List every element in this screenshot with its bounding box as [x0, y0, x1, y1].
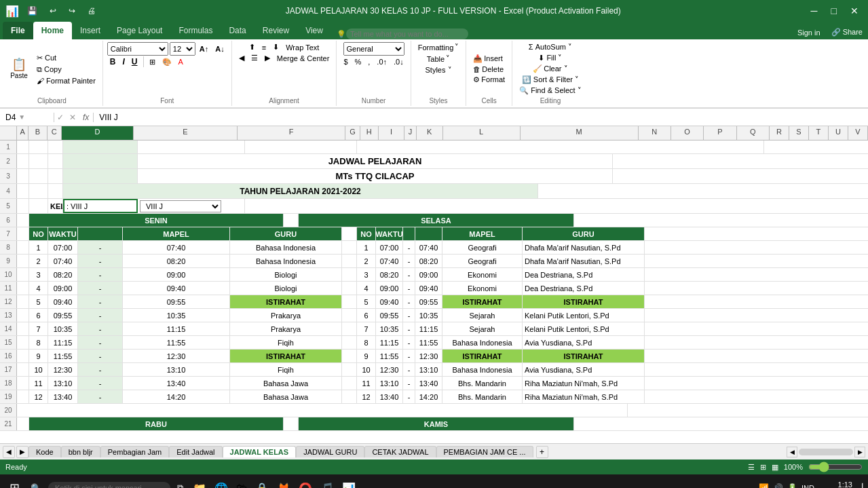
cell-I14[interactable]: 10:35 — [376, 322, 403, 335]
cell-E14[interactable]: 11:15 — [123, 322, 230, 335]
page-break-view-button[interactable]: ▦ — [772, 463, 778, 472]
comma-button[interactable]: , — [365, 57, 373, 67]
col-header-N[interactable]: N — [639, 126, 671, 140]
cell-I11[interactable]: 09:00 — [376, 282, 403, 295]
cell-I9[interactable]: 07:40 — [376, 255, 403, 267]
restore-button[interactable]: □ — [827, 4, 841, 18]
kelas-select[interactable]: VIII J — [140, 200, 221, 212]
align-left-button[interactable]: ◀ — [236, 53, 247, 63]
cell-C19[interactable]: 13:40 — [48, 390, 78, 403]
cell-H13[interactable]: 6 — [357, 309, 376, 322]
cell-A21[interactable] — [17, 417, 29, 430]
cell-C18[interactable]: 13:10 — [48, 377, 78, 390]
cell-K14[interactable]: 11:15 — [415, 322, 442, 335]
percent-button[interactable]: % — [352, 57, 364, 67]
format-painter-button[interactable]: 🖌 Format Painter — [34, 76, 98, 86]
search-button[interactable]: 🔍 — [26, 482, 45, 489]
cell-K16[interactable]: 12:30 — [415, 350, 442, 362]
cell-I13[interactable]: 09:55 — [376, 309, 403, 322]
cell-A1[interactable] — [17, 140, 29, 153]
task-view-button[interactable]: ⧉ — [173, 481, 187, 488]
cell-C8[interactable]: 07:00 — [48, 241, 78, 254]
cell-E1[interactable] — [138, 140, 245, 153]
cell-M10[interactable]: Dea Destriana, S.Pd — [523, 268, 645, 281]
cell-E16[interactable]: 12:30 — [123, 350, 230, 362]
cell-M14[interactable]: Kelani Putik Lentori, S.Pd — [523, 322, 645, 335]
cell-B14[interactable]: 7 — [29, 322, 48, 335]
sheet-tab-cetak-jadwal[interactable]: CETAK JADWAL — [364, 446, 436, 457]
sign-in-button[interactable]: Sign in — [792, 26, 826, 39]
cell-H14[interactable]: 7 — [357, 322, 376, 335]
cell-K8[interactable]: 07:40 — [415, 241, 442, 254]
col-header-Q[interactable]: Q — [737, 126, 770, 140]
bold-button[interactable]: B — [107, 56, 119, 67]
cell-I8[interactable]: 07:00 — [376, 241, 403, 254]
minimize-button[interactable]: ─ — [807, 4, 822, 18]
cell-C4[interactable] — [48, 184, 63, 198]
cell-E11[interactable]: 09:40 — [123, 282, 230, 295]
sheet-tab-kode[interactable]: Kode — [29, 446, 61, 457]
cell-J15[interactable]: - — [403, 336, 415, 349]
cell-B9[interactable]: 2 — [29, 255, 48, 267]
cell-L18[interactable]: Bhs. Mandarin — [442, 377, 523, 390]
cell-B1[interactable] — [29, 140, 48, 153]
cell-C11[interactable]: 09:00 — [48, 282, 78, 295]
cell-I18[interactable]: 13:10 — [376, 377, 403, 390]
cell-G14[interactable] — [342, 322, 357, 335]
font-color-button[interactable]: A — [176, 57, 186, 67]
cell-F18[interactable]: Bahasa Jawa — [230, 377, 342, 390]
cell-I17[interactable]: 12:30 — [376, 363, 403, 376]
cell-title-mts[interactable]: MTs TTQ CILACAP — [138, 169, 613, 183]
cell-C14[interactable]: 10:35 — [48, 322, 78, 335]
clock-display[interactable]: 1:13 14/01/2021 — [818, 481, 852, 489]
copy-button[interactable]: ⧉ Copy — [34, 64, 98, 75]
cell-M13[interactable]: Kelani Putik Lentori, S.Pd — [523, 309, 645, 322]
cell-M17[interactable]: Avia Yusdiana, S.Pd — [523, 363, 645, 376]
cell-J16[interactable]: - — [403, 350, 415, 362]
cell-J13[interactable]: - — [403, 309, 415, 322]
cell-F10[interactable]: Biologi — [230, 268, 342, 281]
cell-I19[interactable]: 13:40 — [376, 390, 403, 403]
col-header-O[interactable]: O — [671, 126, 704, 140]
quick-access-undo[interactable]: ↩ — [45, 5, 60, 17]
cell-H10[interactable]: 3 — [357, 268, 376, 281]
cell-D15[interactable]: - — [78, 336, 123, 349]
cell-M19[interactable]: Riha Maziatun Ni'mah, S.Pd — [523, 390, 645, 403]
cell-M11[interactable]: Dea Destriana, S.Pd — [523, 282, 645, 295]
cell-D9[interactable]: - — [78, 255, 123, 267]
cell-styles-button[interactable]: Styles ˅ — [423, 65, 455, 75]
cell-F13[interactable]: Prakarya — [230, 309, 342, 322]
cell-G11[interactable] — [342, 282, 357, 295]
edge-taskbar-icon[interactable]: 🌐 — [212, 479, 231, 489]
merge-center-button[interactable]: Merge & Center — [274, 53, 333, 63]
cell-K9[interactable]: 08:20 — [415, 255, 442, 267]
format-button[interactable]: ⚙ Format — [470, 75, 508, 85]
number-format-select[interactable]: General — [343, 42, 404, 56]
cell-L10[interactable]: Ekonomi — [442, 268, 523, 281]
cell-G7[interactable] — [342, 227, 357, 240]
cell-C5-kelas[interactable]: KELAS — [48, 199, 63, 213]
cell-A18[interactable] — [17, 377, 29, 390]
cell-I15[interactable]: 11:15 — [376, 336, 403, 349]
next-sheet-button[interactable]: ▶ — [16, 446, 29, 458]
excel-taskbar-icon[interactable]: 📊 — [339, 479, 358, 489]
cell-E10[interactable]: 09:00 — [123, 268, 230, 281]
cell-B5[interactable] — [29, 199, 48, 213]
scroll-left-button[interactable]: ◀ — [787, 447, 797, 457]
cell-C10[interactable]: 08:20 — [48, 268, 78, 281]
hscrollbar-track[interactable] — [799, 449, 853, 455]
cell-H11[interactable]: 4 — [357, 282, 376, 295]
decrease-font-button[interactable]: A↓ — [212, 44, 227, 54]
cell-D10[interactable]: - — [78, 268, 123, 281]
cell-E17[interactable]: 13:10 — [123, 363, 230, 376]
cell-L15[interactable]: Bahasa Indonesia — [442, 336, 523, 349]
cell-L8[interactable]: Geografi — [442, 241, 523, 254]
tab-file[interactable]: File — [3, 22, 33, 39]
cell-L13[interactable]: Sejarah — [442, 309, 523, 322]
cell-H15[interactable]: 8 — [357, 336, 376, 349]
cell-A13[interactable] — [17, 309, 29, 322]
cell-rest-20[interactable]: Activate Windows — [17, 404, 628, 417]
align-center-button[interactable]: ☰ — [248, 53, 261, 63]
cell-H9[interactable]: 2 — [357, 255, 376, 267]
cell-L19[interactable]: Bhs. Mandarin — [442, 390, 523, 403]
